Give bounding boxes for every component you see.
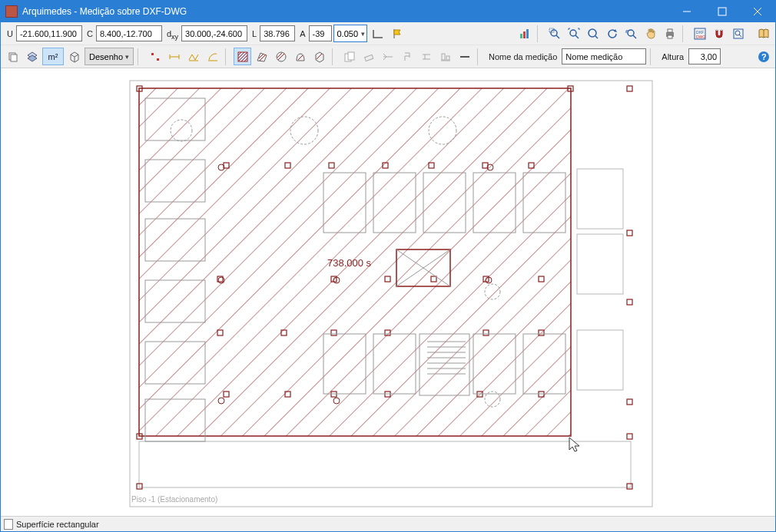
zoom-window-icon[interactable]: [546, 25, 563, 42]
hatch-region-icon[interactable]: [291, 48, 309, 65]
svg-rect-36: [151, 53, 154, 55]
close-button[interactable]: [740, 1, 775, 22]
mode-dropdown[interactable]: Desenho▾: [85, 48, 134, 65]
print-icon[interactable]: [661, 25, 678, 42]
toolbar-row-tools: m² Desenho▾ Nome da medição Altura ?: [1, 45, 775, 68]
bar-chart-icon[interactable]: [516, 25, 533, 42]
svg-rect-82: [627, 399, 632, 405]
flag-icon[interactable]: [388, 25, 406, 42]
svg-rect-73: [577, 169, 623, 229]
dimension-chain-icon[interactable]: [184, 48, 202, 65]
zoom-previous-icon[interactable]: [622, 25, 640, 42]
height-field[interactable]: [688, 48, 721, 64]
svg-text:DWG: DWG: [696, 35, 705, 39]
svg-rect-79: [627, 86, 632, 91]
edit-rotate-icon[interactable]: [398, 48, 416, 65]
svg-point-16: [628, 30, 634, 36]
u-field[interactable]: [16, 25, 82, 41]
svg-line-53: [278, 54, 284, 60]
hatch-poly-icon[interactable]: [253, 48, 270, 65]
svg-rect-6: [523, 31, 526, 38]
svg-line-17: [633, 35, 636, 38]
svg-rect-75: [577, 330, 623, 390]
minimize-button[interactable]: [669, 1, 705, 22]
status-bar: Superfície rectangular: [1, 516, 775, 531]
help-icon[interactable]: ?: [754, 48, 772, 65]
toolbar-row-coords: U C dxy L A 0.050▾ DXFDWG: [1, 22, 775, 45]
svg-rect-24: [716, 29, 718, 31]
window-title: Arquimedes - Medição sobre DXF-DWG: [22, 6, 669, 17]
l-field[interactable]: [260, 25, 295, 41]
hatch-rect-icon[interactable]: [234, 48, 251, 65]
drawing-canvas[interactable]: 738.000 s Piso -1 (Estacionamento): [1, 68, 775, 516]
hatch-circle-icon[interactable]: [272, 48, 290, 65]
separator: [332, 48, 337, 65]
chevron-down-icon: ▾: [361, 30, 365, 38]
measure-name-label: Nome da medição: [486, 52, 560, 61]
svg-rect-66: [442, 54, 445, 60]
svg-rect-1: [718, 8, 726, 15]
svg-rect-76: [139, 441, 631, 487]
status-text: Superfície rectangular: [16, 520, 99, 529]
edit-copy-icon[interactable]: [340, 48, 358, 65]
snap-value: 0.050: [337, 29, 359, 38]
unit-m2-button[interactable]: m²: [42, 48, 64, 65]
separator: [650, 48, 655, 65]
search-doc-icon[interactable]: [729, 25, 747, 42]
svg-line-57: [317, 54, 322, 59]
hatch-box-icon[interactable]: [310, 48, 328, 65]
snap-dropdown[interactable]: 0.050▾: [333, 25, 368, 42]
copy-icon[interactable]: [4, 48, 22, 65]
zoom-in-icon[interactable]: [584, 25, 602, 42]
svg-line-48: [244, 58, 247, 61]
point-pair-icon[interactable]: [146, 48, 164, 65]
toolbars: U C dxy L A 0.050▾ DXFDWG: [1, 22, 775, 68]
svg-rect-74: [577, 234, 623, 294]
svg-point-13: [589, 29, 596, 37]
maximize-button[interactable]: [705, 1, 740, 22]
edit-cut-icon[interactable]: [379, 48, 396, 65]
svg-rect-25: [721, 29, 722, 31]
separator: [477, 48, 482, 65]
c-field[interactable]: [96, 25, 162, 41]
zoom-refresh-icon[interactable]: [603, 25, 621, 42]
edit-offset-icon[interactable]: [417, 48, 435, 65]
svg-rect-20: [668, 35, 672, 38]
svg-point-11: [570, 30, 576, 36]
edit-erase-icon[interactable]: [360, 48, 377, 65]
separator: [225, 48, 230, 65]
title-bar: Arquimedes - Medição sobre DXF-DWG: [1, 1, 775, 22]
dxy-field[interactable]: [181, 25, 247, 41]
svg-line-55: [298, 55, 303, 60]
a-label: A: [297, 29, 307, 38]
pan-icon[interactable]: [642, 25, 659, 42]
a-field[interactable]: [309, 25, 332, 41]
drawing-svg: [1, 69, 775, 516]
svg-marker-56: [316, 52, 323, 62]
page-icon: [4, 519, 13, 530]
box-3d-icon[interactable]: [65, 48, 83, 65]
separator: [537, 25, 542, 42]
dimension-linear-icon[interactable]: [165, 48, 183, 65]
svg-rect-59: [348, 52, 354, 60]
edit-line-icon[interactable]: [456, 48, 473, 65]
separator: [682, 25, 687, 42]
svg-rect-37: [157, 58, 159, 61]
chevron-down-icon: ▾: [125, 53, 129, 61]
mode-label: Desenho: [89, 52, 123, 61]
zoom-extents-icon[interactable]: [565, 25, 582, 42]
dxf-dwg-icon[interactable]: DXFDWG: [691, 25, 708, 42]
svg-text:?: ?: [761, 52, 767, 61]
edit-align-icon[interactable]: [436, 48, 454, 65]
svg-marker-49: [257, 53, 267, 61]
snap-magnet-icon[interactable]: [710, 25, 728, 42]
measure-name-field[interactable]: [562, 48, 646, 64]
l-label: L: [249, 29, 258, 38]
ortho-toggle-icon[interactable]: [369, 25, 386, 42]
dimension-arc-icon[interactable]: [204, 48, 221, 65]
book-icon[interactable]: [754, 25, 772, 42]
svg-line-47: [241, 55, 247, 61]
separator: [138, 48, 142, 65]
svg-line-28: [739, 35, 741, 37]
layers-icon[interactable]: [23, 48, 41, 65]
